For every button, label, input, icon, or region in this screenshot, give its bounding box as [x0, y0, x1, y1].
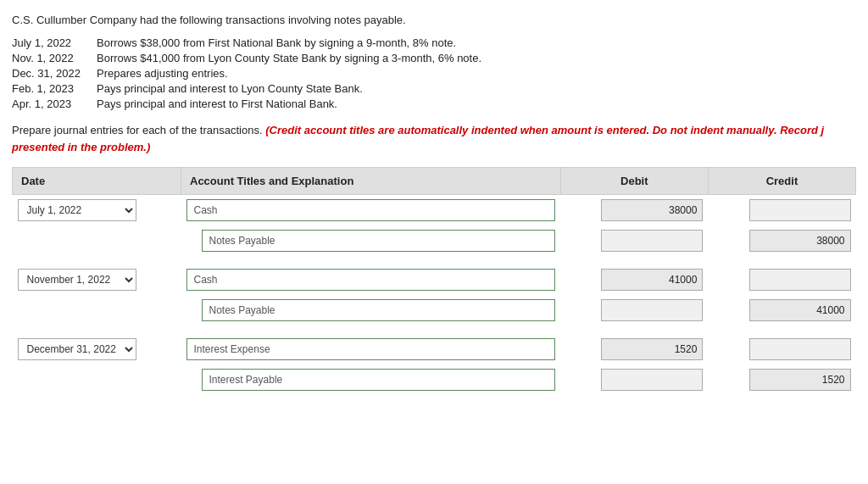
table-row: December 31, 2022 — [13, 334, 856, 364]
account-cell[interactable] — [181, 264, 561, 295]
account-input-indented[interactable] — [202, 299, 556, 321]
credit-cell[interactable] — [708, 295, 855, 325]
credit-input[interactable] — [749, 299, 851, 321]
list-item: Nov. 1, 2022 Borrows $41,000 from Lyon C… — [12, 52, 856, 64]
debit-input[interactable] — [601, 199, 703, 221]
table-row — [13, 225, 856, 256]
instruction-prefix: Prepare journal entries for each of the … — [12, 124, 263, 136]
transaction-desc: Borrows $38,000 from First National Bank… — [97, 36, 856, 49]
account-input[interactable] — [186, 338, 556, 360]
intro-text: C.S. Cullumber Company had the following… — [12, 14, 856, 26]
date-select[interactable]: July 1, 2022 — [18, 199, 136, 221]
debit-input[interactable] — [601, 269, 703, 291]
debit-cell[interactable] — [560, 195, 708, 226]
transaction-date: Nov. 1, 2022 — [12, 52, 97, 64]
transaction-desc: Pays principal and interest to Lyon Coun… — [97, 82, 856, 95]
list-item: Apr. 1, 2023 Pays principal and interest… — [12, 97, 856, 110]
credit-cell[interactable] — [708, 334, 855, 364]
credit-cell[interactable] — [708, 225, 855, 256]
credit-input[interactable] — [749, 199, 851, 221]
date-cell[interactable]: July 1, 2022 — [13, 195, 181, 226]
col-header-credit: Credit — [708, 168, 855, 195]
account-cell[interactable] — [181, 334, 561, 364]
spacer-row — [13, 325, 856, 334]
credit-cell[interactable] — [708, 364, 855, 395]
account-input[interactable] — [186, 269, 556, 291]
transaction-desc: Borrows $41,000 from Lyon County State B… — [97, 52, 856, 64]
debit-input[interactable] — [601, 230, 703, 252]
transactions-list: July 1, 2022 Borrows $38,000 from First … — [12, 36, 856, 110]
instruction-italic: (Credit account titles are automatically… — [265, 124, 824, 136]
table-row — [13, 364, 856, 395]
date-cell[interactable]: November 1, 2022 — [13, 264, 181, 295]
table-row: November 1, 2022 — [13, 264, 856, 295]
credit-cell[interactable] — [708, 195, 855, 226]
date-select[interactable]: November 1, 2022 — [18, 269, 136, 291]
table-row — [13, 295, 856, 325]
instruction-suffix: presented in the problem.) — [12, 141, 150, 153]
transaction-date: Dec. 31, 2022 — [12, 67, 97, 80]
account-cell[interactable] — [181, 364, 561, 395]
col-header-date: Date — [13, 168, 181, 195]
col-header-account: Account Titles and Explanation — [181, 168, 561, 195]
debit-cell[interactable] — [560, 264, 708, 295]
debit-input[interactable] — [601, 338, 703, 360]
debit-cell[interactable] — [560, 225, 708, 256]
instruction-text: Prepare journal entries for each of the … — [12, 122, 856, 155]
account-cell[interactable] — [181, 195, 561, 226]
account-cell[interactable] — [181, 225, 561, 256]
date-cell[interactable]: December 31, 2022 — [13, 334, 181, 364]
credit-input[interactable] — [749, 338, 851, 360]
transaction-date: Apr. 1, 2023 — [12, 97, 97, 110]
journal-table: Date Account Titles and Explanation Debi… — [12, 167, 856, 395]
transaction-date: Feb. 1, 2023 — [12, 82, 97, 95]
date-select[interactable]: December 31, 2022 — [18, 338, 136, 360]
list-item: Dec. 31, 2022 Prepares adjusting entries… — [12, 67, 856, 80]
debit-cell[interactable] — [560, 334, 708, 364]
list-item: Feb. 1, 2023 Pays principal and interest… — [12, 82, 856, 95]
account-cell[interactable] — [181, 295, 561, 325]
account-input-indented[interactable] — [202, 230, 556, 252]
debit-cell[interactable] — [560, 364, 708, 395]
date-cell — [13, 225, 181, 256]
date-cell — [13, 295, 181, 325]
spacer-row — [13, 256, 856, 264]
col-header-debit: Debit — [560, 168, 708, 195]
account-input-indented[interactable] — [202, 369, 556, 391]
transaction-date: July 1, 2022 — [12, 36, 97, 49]
credit-input[interactable] — [749, 230, 851, 252]
debit-input[interactable] — [601, 299, 703, 321]
credit-cell[interactable] — [708, 264, 855, 295]
list-item: July 1, 2022 Borrows $38,000 from First … — [12, 36, 856, 49]
account-input[interactable] — [186, 199, 556, 221]
debit-cell[interactable] — [560, 295, 708, 325]
date-cell — [13, 364, 181, 395]
transaction-desc: Pays principal and interest to First Nat… — [97, 97, 856, 110]
table-row: July 1, 2022 — [13, 195, 856, 226]
transaction-desc: Prepares adjusting entries. — [97, 67, 856, 80]
credit-input[interactable] — [749, 269, 851, 291]
credit-input[interactable] — [749, 369, 851, 391]
debit-input[interactable] — [601, 369, 703, 391]
